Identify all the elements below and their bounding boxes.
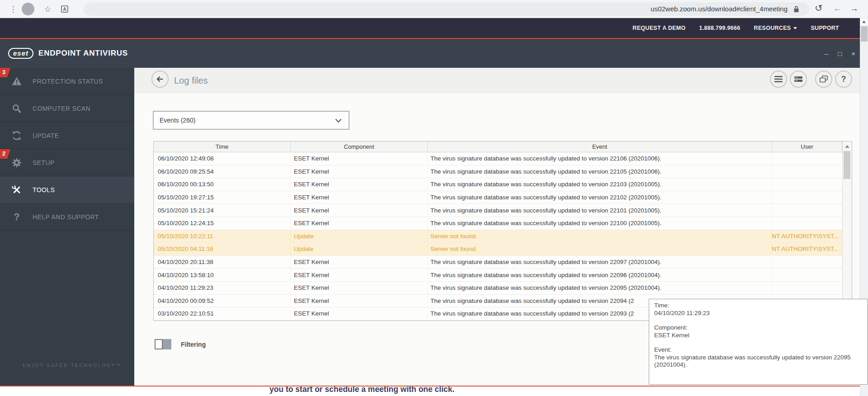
sidebar-badge: 2	[0, 149, 10, 159]
sidebar-footer-slogan: ENJOY SAFER TECHNOLOGY™	[23, 363, 122, 368]
menu-button[interactable]	[770, 71, 787, 88]
table-row[interactable]: 05/10/2020 19:27:15ESET KernelThe virus …	[154, 191, 852, 204]
site-nav-item-request-a-demo[interactable]: REQUEST A DEMO	[632, 25, 685, 31]
back-arrow-icon	[155, 74, 165, 84]
table-row[interactable]: 05/10/2020 15:21:24ESET KernelThe virus …	[154, 204, 852, 217]
filtering-toggle[interactable]	[155, 339, 171, 349]
log-type-value: Events (260)	[160, 112, 195, 129]
filtering-toggle-knob[interactable]	[155, 339, 163, 349]
cell-user	[772, 282, 842, 294]
site-nav: REQUEST A DEMO1.888.799.9666RESOURCESSUP…	[0, 18, 868, 39]
column-header-user[interactable]: User	[772, 141, 842, 152]
site-nav-item-1-888-799-9666[interactable]: 1.888.799.9666	[699, 25, 740, 31]
scrollbar-up-button[interactable]	[860, 18, 868, 25]
scroll-up-arrow-icon	[862, 20, 866, 23]
cell-user	[772, 178, 842, 191]
sidebar-item-update[interactable]: UPDATE	[0, 122, 134, 149]
close-icon[interactable]: ×	[851, 50, 855, 57]
table-row[interactable]: 04/10/2020 20:11:38ESET KernelThe virus …	[154, 256, 852, 269]
cell-event: The virus signature database was success…	[428, 217, 772, 230]
sidebar-badge: 3	[0, 68, 10, 77]
lock-icon[interactable]	[793, 5, 799, 13]
menu-icon	[774, 76, 783, 82]
page-title: Log files	[174, 68, 208, 93]
gear-icon	[11, 157, 23, 168]
table-row[interactable]: 04/10/2020 13:58:10ESET KernelThe virus …	[154, 269, 852, 282]
site-nav-label: RESOURCES	[754, 25, 791, 31]
question-icon: ?	[11, 212, 23, 222]
bookmark-star-icon[interactable]: ☆	[44, 5, 51, 13]
sidebar: 3PROTECTION STATUSCOMPUTER SCANUPDATE2SE…	[0, 68, 134, 386]
cell-time: 06/10/2020 09:25:54	[154, 165, 291, 178]
table-scrollbar[interactable]	[842, 141, 852, 321]
browser-scrollbar-thumb[interactable]	[861, 26, 868, 42]
help-icon: ?	[841, 75, 846, 84]
tooltip-event-label: Event:	[654, 346, 862, 354]
site-nav-item-support[interactable]: SUPPORT	[811, 25, 839, 31]
scroll-up-arrow-icon[interactable]	[845, 145, 849, 148]
cell-component: ESET Kernel	[291, 165, 428, 178]
table-row[interactable]: 06/10/2020 12:49:08ESET KernelThe virus …	[154, 152, 852, 165]
cell-time: 04/10/2020 20:11:38	[154, 256, 291, 269]
sidebar-item-help-and-support[interactable]: ?HELP AND SUPPORT	[0, 203, 134, 231]
svg-text:A: A	[63, 7, 66, 12]
brand: eset ENDPOINT ANTIVIRUS	[8, 48, 128, 59]
cell-component: ESET Kernel	[291, 152, 428, 165]
table-row[interactable]: 06/10/2020 09:25:54ESET KernelThe virus …	[154, 165, 852, 179]
sidebar-item-tools[interactable]: TOOLS	[0, 176, 134, 203]
page-bottom-text: you to start or schedule a meeting with …	[269, 386, 454, 394]
column-header-event[interactable]: Event	[428, 141, 772, 152]
sidebar-item-label: HELP AND SUPPORT	[33, 213, 99, 221]
sidebar-item-setup[interactable]: 2SETUP	[0, 149, 134, 176]
cell-component: ESET Kernel	[291, 256, 428, 269]
browser-back-icon[interactable]: ←	[833, 4, 842, 14]
table-row[interactable]: 04/10/2020 11:29:23ESET KernelThe virus …	[154, 282, 852, 295]
sidebar-item-computer-scan[interactable]: COMPUTER SCAN	[0, 95, 134, 122]
site-nav-label: SUPPORT	[811, 25, 839, 31]
table-row[interactable]: 05/10/2020 10:22:11UpdateServer not foun…	[154, 230, 852, 243]
help-button[interactable]: ?	[835, 71, 852, 88]
browser-menu-icon[interactable]: ⋮	[9, 5, 17, 14]
translate-icon[interactable]: A	[61, 5, 68, 13]
table-row[interactable]: 05/10/2020 04:11:16UpdateServer not foun…	[154, 243, 852, 256]
table-header: TimeComponentEventUser	[154, 141, 852, 152]
browser-forward-icon[interactable]: →	[850, 4, 859, 14]
cell-time: 04/10/2020 00:09:52	[154, 295, 291, 307]
url-bar[interactable]: us02web.zoom.us/download#client_4meeting	[84, 2, 809, 16]
table-row[interactable]: 06/10/2020 00:13:50ESET KernelThe virus …	[154, 178, 852, 191]
maximize-icon[interactable]: □	[838, 50, 842, 57]
url-text: us02web.zoom.us/download#client_4meeting	[651, 2, 788, 16]
cell-user	[772, 165, 842, 178]
site-nav-item-resources[interactable]: RESOURCES	[754, 25, 797, 31]
sidebar-item-label: TOOLS	[33, 186, 55, 193]
sidebar-item-label: PROTECTION STATUS	[33, 78, 103, 85]
cell-user	[772, 269, 842, 281]
tooltip-event-value: The virus signature database was success…	[654, 354, 862, 369]
cell-event: The virus signature database was success…	[428, 256, 772, 269]
cell-component: ESET Kernel	[291, 295, 428, 307]
tooltip-component-value: ESET Kernel	[654, 332, 862, 339]
cell-time: 04/10/2020 11:29:23	[154, 282, 291, 294]
reload-icon[interactable]: ↺	[815, 3, 823, 14]
list-detail-button[interactable]	[790, 71, 807, 88]
site-nav-label: 1.888.799.9666	[699, 25, 740, 31]
cell-component: ESET Kernel	[291, 307, 428, 320]
cell-event: The virus signature database was success…	[428, 152, 772, 165]
page-bottom-strip: you to start or schedule a meeting with …	[0, 386, 868, 396]
minimize-icon[interactable]: –	[825, 50, 828, 57]
column-header-component[interactable]: Component	[291, 141, 428, 152]
table-scrollbar-thumb[interactable]	[844, 151, 850, 179]
cell-user	[772, 204, 842, 217]
column-header-time[interactable]: Time	[154, 141, 291, 152]
cascade-windows-button[interactable]	[815, 71, 832, 88]
table-row[interactable]: 05/10/2020 12:24:15ESET KernelThe virus …	[154, 217, 852, 230]
back-button[interactable]	[151, 71, 169, 88]
log-type-select[interactable]: Events (260)	[153, 111, 349, 130]
sidebar-item-protection-status[interactable]: 3PROTECTION STATUS	[0, 68, 134, 95]
table-body: 06/10/2020 12:49:08ESET KernelThe virus …	[154, 152, 852, 321]
avatar[interactable]	[22, 3, 34, 15]
warning-triangle-icon	[11, 76, 23, 87]
chevron-down-icon	[335, 118, 342, 123]
cell-time: 05/10/2020 15:21:24	[154, 204, 291, 217]
refresh-icon	[11, 130, 23, 141]
